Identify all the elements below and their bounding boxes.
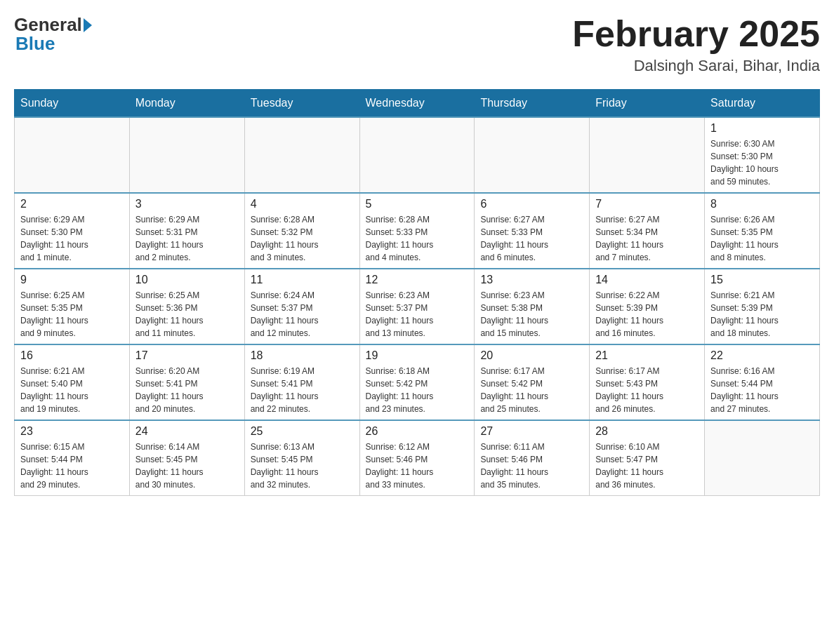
day-cell: 22Sunrise: 6:16 AM Sunset: 5:44 PM Dayli… [705,344,820,420]
day-number: 16 [20,349,124,362]
day-cell: 27Sunrise: 6:11 AM Sunset: 5:46 PM Dayli… [475,420,590,496]
month-title: February 2025 [572,14,820,54]
day-cell: 6Sunrise: 6:27 AM Sunset: 5:33 PM Daylig… [475,193,590,269]
day-number: 12 [366,274,469,286]
day-number: 10 [135,274,239,286]
day-number: 3 [135,198,239,210]
day-number: 9 [20,274,124,286]
day-cell [590,117,705,193]
day-cell: 1Sunrise: 6:30 AM Sunset: 5:30 PM Daylig… [705,117,820,193]
day-cell: 8Sunrise: 6:26 AM Sunset: 5:35 PM Daylig… [705,193,820,269]
day-cell: 26Sunrise: 6:12 AM Sunset: 5:46 PM Dayli… [359,420,475,496]
calendar-table: Sunday Monday Tuesday Wednesday Thursday… [14,89,820,496]
day-number: 23 [20,425,124,438]
day-info: Sunrise: 6:19 AM Sunset: 5:41 PM Dayligh… [251,365,354,415]
day-number: 7 [595,198,699,210]
day-info: Sunrise: 6:12 AM Sunset: 5:46 PM Dayligh… [366,441,469,491]
day-info: Sunrise: 6:27 AM Sunset: 5:33 PM Dayligh… [480,213,583,264]
week-row-1: 1Sunrise: 6:30 AM Sunset: 5:30 PM Daylig… [15,117,820,193]
title-section: February 2025 Dalsingh Sarai, Bihar, Ind… [572,14,820,75]
day-number: 17 [135,349,239,362]
day-cell: 25Sunrise: 6:13 AM Sunset: 5:45 PM Dayli… [244,420,359,496]
day-number: 19 [366,349,469,362]
day-info: Sunrise: 6:14 AM Sunset: 5:45 PM Dayligh… [135,441,239,491]
day-cell: 18Sunrise: 6:19 AM Sunset: 5:41 PM Dayli… [244,344,359,420]
day-number: 26 [366,425,469,438]
day-number: 27 [480,425,583,438]
day-number: 13 [480,274,583,286]
day-info: Sunrise: 6:17 AM Sunset: 5:43 PM Dayligh… [595,365,699,415]
day-cell [705,420,820,496]
day-cell: 15Sunrise: 6:21 AM Sunset: 5:39 PM Dayli… [705,269,820,344]
header-thursday: Thursday [475,90,590,118]
day-info: Sunrise: 6:16 AM Sunset: 5:44 PM Dayligh… [710,365,814,415]
day-cell: 21Sunrise: 6:17 AM Sunset: 5:43 PM Dayli… [590,344,705,420]
day-info: Sunrise: 6:10 AM Sunset: 5:47 PM Dayligh… [595,441,699,491]
day-cell: 9Sunrise: 6:25 AM Sunset: 5:35 PM Daylig… [15,269,130,344]
day-cell: 28Sunrise: 6:10 AM Sunset: 5:47 PM Dayli… [590,420,705,496]
day-info: Sunrise: 6:21 AM Sunset: 5:40 PM Dayligh… [20,365,124,415]
day-number: 18 [251,349,354,362]
day-cell: 13Sunrise: 6:23 AM Sunset: 5:38 PM Dayli… [475,269,590,344]
day-info: Sunrise: 6:28 AM Sunset: 5:33 PM Dayligh… [366,213,469,264]
day-info: Sunrise: 6:25 AM Sunset: 5:35 PM Dayligh… [20,289,124,340]
day-cell: 5Sunrise: 6:28 AM Sunset: 5:33 PM Daylig… [359,193,475,269]
day-info: Sunrise: 6:28 AM Sunset: 5:32 PM Dayligh… [251,213,354,264]
page-header: General Blue February 2025 Dalsingh Sara… [14,14,820,75]
day-info: Sunrise: 6:17 AM Sunset: 5:42 PM Dayligh… [480,365,583,415]
day-info: Sunrise: 6:18 AM Sunset: 5:42 PM Dayligh… [366,365,469,415]
week-row-2: 2Sunrise: 6:29 AM Sunset: 5:30 PM Daylig… [15,193,820,269]
day-info: Sunrise: 6:23 AM Sunset: 5:37 PM Dayligh… [366,289,469,340]
day-cell: 20Sunrise: 6:17 AM Sunset: 5:42 PM Dayli… [475,344,590,420]
day-info: Sunrise: 6:21 AM Sunset: 5:39 PM Dayligh… [710,289,814,340]
day-number: 11 [251,274,354,286]
logo: General Blue [14,14,93,55]
logo-blue-text: Blue [14,33,55,55]
day-number: 14 [595,274,699,286]
day-info: Sunrise: 6:23 AM Sunset: 5:38 PM Dayligh… [480,289,583,340]
day-number: 6 [480,198,583,210]
day-cell: 14Sunrise: 6:22 AM Sunset: 5:39 PM Dayli… [590,269,705,344]
day-cell [244,117,359,193]
day-info: Sunrise: 6:26 AM Sunset: 5:35 PM Dayligh… [710,213,814,264]
day-info: Sunrise: 6:22 AM Sunset: 5:39 PM Dayligh… [595,289,699,340]
day-cell [129,117,244,193]
day-cell: 10Sunrise: 6:25 AM Sunset: 5:36 PM Dayli… [129,269,244,344]
header-saturday: Saturday [705,90,820,118]
week-row-4: 16Sunrise: 6:21 AM Sunset: 5:40 PM Dayli… [15,344,820,420]
day-cell [15,117,130,193]
day-number: 4 [251,198,354,210]
day-cell: 2Sunrise: 6:29 AM Sunset: 5:30 PM Daylig… [15,193,130,269]
day-info: Sunrise: 6:29 AM Sunset: 5:30 PM Dayligh… [20,213,124,264]
day-cell [475,117,590,193]
day-info: Sunrise: 6:29 AM Sunset: 5:31 PM Dayligh… [135,213,239,264]
day-number: 5 [366,198,469,210]
header-tuesday: Tuesday [244,90,359,118]
day-cell: 7Sunrise: 6:27 AM Sunset: 5:34 PM Daylig… [590,193,705,269]
day-info: Sunrise: 6:20 AM Sunset: 5:41 PM Dayligh… [135,365,239,415]
header-friday: Friday [590,90,705,118]
day-number: 15 [710,274,814,286]
header-monday: Monday [129,90,244,118]
location-title: Dalsingh Sarai, Bihar, India [572,57,820,75]
day-number: 28 [595,425,699,438]
day-cell: 3Sunrise: 6:29 AM Sunset: 5:31 PM Daylig… [129,193,244,269]
day-number: 20 [480,349,583,362]
day-cell: 17Sunrise: 6:20 AM Sunset: 5:41 PM Dayli… [129,344,244,420]
day-info: Sunrise: 6:13 AM Sunset: 5:45 PM Dayligh… [251,441,354,491]
day-cell: 23Sunrise: 6:15 AM Sunset: 5:44 PM Dayli… [15,420,130,496]
day-info: Sunrise: 6:25 AM Sunset: 5:36 PM Dayligh… [135,289,239,340]
day-info: Sunrise: 6:11 AM Sunset: 5:46 PM Dayligh… [480,441,583,491]
day-cell: 16Sunrise: 6:21 AM Sunset: 5:40 PM Dayli… [15,344,130,420]
day-cell [359,117,475,193]
day-cell: 11Sunrise: 6:24 AM Sunset: 5:37 PM Dayli… [244,269,359,344]
day-cell: 24Sunrise: 6:14 AM Sunset: 5:45 PM Dayli… [129,420,244,496]
day-cell: 19Sunrise: 6:18 AM Sunset: 5:42 PM Dayli… [359,344,475,420]
day-number: 21 [595,349,699,362]
header-sunday: Sunday [15,90,130,118]
day-number: 25 [251,425,354,438]
day-number: 1 [710,122,814,135]
day-info: Sunrise: 6:15 AM Sunset: 5:44 PM Dayligh… [20,441,124,491]
day-number: 22 [710,349,814,362]
logo-arrow-icon [84,18,92,32]
